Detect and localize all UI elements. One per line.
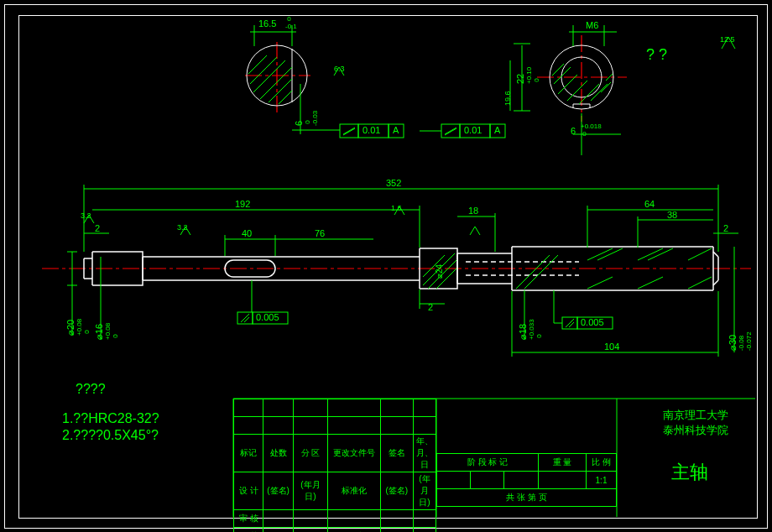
dim-40: 40 bbox=[242, 228, 252, 238]
dims-top bbox=[250, 25, 621, 155]
surface-symbols bbox=[84, 37, 735, 235]
dim-76: 76 bbox=[315, 228, 325, 238]
centerline-main bbox=[42, 35, 751, 269]
svg-line-11 bbox=[269, 79, 292, 102]
dim-165: 16.5 bbox=[258, 18, 276, 29]
svg-line-49 bbox=[445, 128, 456, 135]
hdr-zone: 分 区 bbox=[293, 435, 327, 472]
hdr-date: 年、月、日 bbox=[414, 435, 436, 472]
dim-352: 352 bbox=[386, 178, 401, 188]
org-line2: 泰州科技学院 bbox=[663, 423, 728, 438]
gdt2-A: A bbox=[494, 125, 500, 135]
sf-63: 6.3 bbox=[334, 65, 345, 73]
qmarks: ? ? bbox=[646, 46, 667, 64]
svg-line-59 bbox=[524, 255, 558, 289]
dim-6r: 6 bbox=[571, 126, 576, 136]
hdr-mark: 标记 bbox=[234, 435, 263, 472]
svg-line-21 bbox=[567, 81, 587, 101]
svg-line-12 bbox=[279, 91, 292, 104]
dims-main bbox=[67, 185, 738, 357]
dim-d30tol: -0.08 -0.072 bbox=[738, 331, 753, 351]
dim-2c: 2 bbox=[723, 223, 728, 233]
row-check: 审 核 bbox=[234, 510, 263, 528]
dim-64: 64 bbox=[644, 199, 655, 209]
runout2: 0.005 bbox=[581, 317, 604, 327]
scale-label: 比 例 bbox=[587, 454, 617, 472]
svg-line-8 bbox=[250, 57, 277, 84]
dim-165tol: 0 -0.1 bbox=[285, 15, 297, 30]
dim-104: 104 bbox=[604, 342, 619, 352]
gdt1-val: 0.01 bbox=[363, 125, 380, 135]
notes-l1: 1.??HRC28-32? bbox=[62, 411, 159, 426]
svg-line-62 bbox=[638, 248, 663, 260]
svg-line-24 bbox=[601, 82, 611, 92]
dim-38: 38 bbox=[667, 210, 677, 220]
sf-16: 1.6 bbox=[391, 204, 402, 212]
notes-header: ???? bbox=[76, 382, 106, 397]
svg-line-66 bbox=[638, 277, 663, 289]
svg-line-64 bbox=[688, 248, 712, 260]
dim-d18btol: +0.033 0 bbox=[528, 319, 543, 340]
dim-6l: 6 bbox=[294, 121, 304, 126]
svg-line-9 bbox=[248, 55, 267, 74]
dim-22: 22 bbox=[515, 74, 525, 84]
hdr-doc: 更改文件号 bbox=[327, 435, 380, 472]
svg-line-61 bbox=[597, 248, 623, 260]
dim-m6: M6 bbox=[586, 20, 598, 30]
row-process: 工 艺 bbox=[234, 528, 263, 533]
svg-line-48 bbox=[445, 128, 456, 134]
runout1: 0.005 bbox=[256, 312, 279, 322]
gdt-runout bbox=[237, 280, 613, 329]
hdr-sign: 签名 bbox=[380, 435, 413, 472]
part-name: 主轴 bbox=[671, 460, 708, 485]
svg-line-67 bbox=[688, 277, 712, 289]
scale-value: 1:1 bbox=[587, 472, 617, 489]
svg-line-65 bbox=[587, 277, 613, 289]
svg-line-43 bbox=[343, 128, 355, 134]
notes-l2: 2.????0.5X45°? bbox=[62, 428, 159, 443]
svg-line-19 bbox=[552, 64, 564, 76]
revision-table: 标记处数分 区更改文件号签名年、月、日 设 计(签名)(年月日)标准化(签名)(… bbox=[233, 399, 436, 532]
svg-line-63 bbox=[648, 248, 673, 260]
sf-32a: 3.2 bbox=[81, 211, 91, 220]
svg-line-44 bbox=[343, 128, 355, 135]
gdt2-val: 0.01 bbox=[464, 125, 482, 135]
dim-2a: 2 bbox=[95, 223, 100, 233]
dim-d24: ⌀24 bbox=[435, 264, 444, 279]
dim-196: 19.6 bbox=[503, 91, 512, 106]
dim-18: 18 bbox=[468, 206, 478, 216]
info-table: 阶 段 标 记重 量比 例 1:1 共 张 第 页 bbox=[436, 453, 617, 507]
pages: 共 张 第 页 bbox=[437, 489, 617, 507]
dim-6rtol: +0.018 0 bbox=[581, 123, 602, 138]
dim-192: 192 bbox=[235, 199, 250, 209]
mass-label: 重 量 bbox=[539, 454, 587, 472]
dim-22tol: +0.10 0 bbox=[525, 67, 540, 84]
row-design: 设 计 bbox=[234, 472, 263, 510]
sf-32b: 3.2 bbox=[177, 223, 188, 232]
org-line1: 南京理工大学 bbox=[663, 408, 728, 423]
gdt1-A: A bbox=[393, 125, 399, 135]
stage-label: 阶 段 标 记 bbox=[437, 454, 539, 472]
dim-6ltol: 0 -0.03 bbox=[304, 111, 319, 126]
dim-d20tol: +0.08 0 bbox=[76, 319, 91, 336]
dim-d16tol: +0.08 0 bbox=[104, 323, 119, 340]
sf-125: 12.5 bbox=[720, 35, 735, 44]
svg-line-60 bbox=[587, 248, 613, 260]
svg-line-58 bbox=[516, 255, 550, 289]
dim-2b: 2 bbox=[428, 302, 433, 312]
hdr-count: 处数 bbox=[263, 435, 294, 472]
